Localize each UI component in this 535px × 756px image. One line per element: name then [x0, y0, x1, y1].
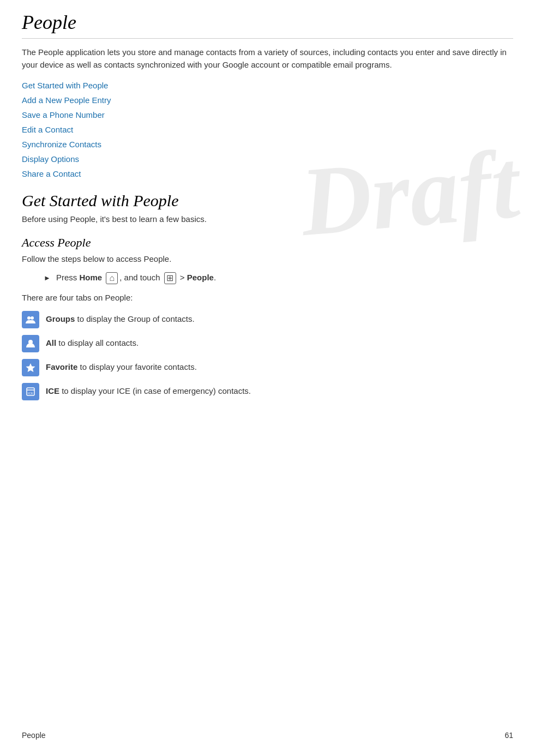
title-divider: [22, 38, 513, 39]
grid-icon: [164, 272, 176, 284]
tab-item-groups: Groups to display the Group of contacts.: [22, 311, 513, 328]
footer-page-number: 61: [504, 731, 513, 740]
svg-text:ICE: ICE: [28, 392, 33, 395]
ice-icon: ICE: [22, 383, 39, 400]
favorite-icon: [22, 359, 39, 376]
tab-item-all: All to display all contacts.: [22, 335, 513, 352]
all-tab-text: All to display all contacts.: [46, 337, 139, 350]
groups-icon: [22, 311, 39, 328]
tab-item-ice: ICE ICE to display your ICE (in case of …: [22, 383, 513, 400]
all-icon: [22, 335, 39, 352]
access-step: ► Press Home , and touch > People.: [44, 272, 513, 284]
toc-link-get-started[interactable]: Get Started with People: [22, 81, 513, 90]
svg-point-1: [31, 316, 34, 320]
groups-tab-text: Groups to display the Group of contacts.: [46, 313, 195, 326]
svg-marker-3: [26, 363, 35, 372]
toc-link-save-phone[interactable]: Save a Phone Number: [22, 110, 513, 119]
page-title: People: [22, 11, 513, 34]
step-text: Press Home , and touch > People.: [56, 272, 216, 284]
arrow-icon: ►: [44, 273, 51, 284]
toc-link-sync-contacts[interactable]: Synchronize Contacts: [22, 140, 513, 149]
toc-link-display-options[interactable]: Display Options: [22, 154, 513, 164]
intro-paragraph: The People application lets you store an…: [22, 46, 513, 71]
access-people-intro: Follow the steps below to access People.: [22, 253, 513, 266]
access-people-heading: Access People: [22, 236, 513, 250]
home-icon: [106, 272, 118, 284]
svg-point-0: [27, 316, 31, 320]
footer-label: People: [22, 731, 46, 740]
toc-link-edit-contact[interactable]: Edit a Contact: [22, 125, 513, 134]
get-started-heading: Get Started with People: [22, 191, 513, 210]
get-started-intro: Before using People, it's best to learn …: [22, 213, 513, 226]
toc-link-add-new[interactable]: Add a New People Entry: [22, 95, 513, 105]
footer: People 61: [22, 731, 513, 740]
toc-link-share-contact[interactable]: Share a Contact: [22, 169, 513, 178]
tab-item-favorite: Favorite to display your favorite contac…: [22, 359, 513, 376]
tabs-intro: There are four tabs on People:: [22, 292, 513, 304]
favorite-tab-text: Favorite to display your favorite contac…: [46, 361, 197, 374]
ice-tab-text: ICE to display your ICE (in case of emer…: [46, 385, 251, 398]
